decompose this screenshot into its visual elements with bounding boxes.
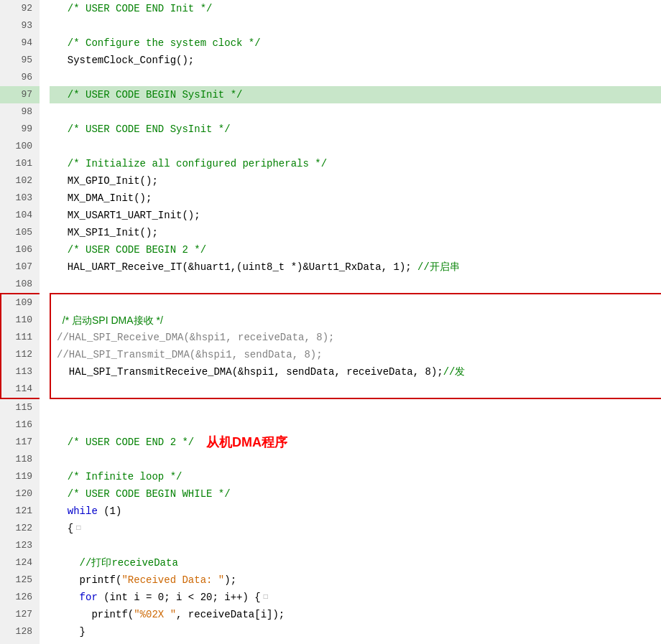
code-line: 102 MX_GPIO_Init();	[0, 172, 661, 190]
normal-token: MX_SPI1_Init();	[55, 224, 158, 241]
collapse-icon[interactable]	[40, 0, 50, 17]
code-line: 103 MX_DMA_Init();	[0, 190, 661, 207]
commented-code-token: //HAL_SPI_Receive_DMA(&hspi1, receiveDat…	[57, 329, 334, 346]
collapse-icon[interactable]	[40, 121, 50, 138]
line-content: printf("Received Data: ");	[50, 571, 661, 589]
collapse-icon[interactable]	[40, 416, 50, 434]
collapse-icon[interactable]	[40, 640, 50, 644]
code-line: 93	[0, 17, 661, 34]
collapse-icon[interactable]	[40, 554, 50, 571]
collapse-icon[interactable]	[40, 329, 50, 346]
collapse-icon[interactable]	[40, 276, 50, 293]
normal-token: {	[55, 520, 73, 537]
line-content	[50, 399, 661, 416]
line-content: {□	[50, 520, 661, 537]
code-line: 120 /* USER CODE BEGIN WHILE */	[0, 485, 661, 503]
collapse-icon[interactable]	[40, 258, 50, 276]
line-number: 109	[0, 293, 40, 312]
normal-token: , receiveData[i]);	[176, 606, 285, 623]
collapse-icon[interactable]	[40, 399, 50, 416]
line-content: //HAL_SPI_Receive_DMA(&hspi1, receiveDat…	[50, 329, 661, 346]
collapse-icon[interactable]	[40, 623, 50, 640]
collapse-icon[interactable]	[40, 571, 50, 589]
line-content: /* 启动SPI DMA接收 */	[50, 312, 661, 329]
code-line: 124 //打印receiveData	[0, 554, 661, 571]
collapse-icon[interactable]	[40, 312, 50, 329]
collapse-icon[interactable]	[40, 451, 50, 468]
line-content: printf("%02X ", receiveData[i]);	[50, 606, 661, 623]
collapse-icon[interactable]	[40, 363, 50, 381]
collapse-icon[interactable]	[40, 503, 50, 520]
collapse-icon[interactable]	[40, 520, 50, 537]
line-content	[50, 451, 661, 468]
commented-code-token: //HAL_SPI_Transmit_DMA(&hspi1, sendData,…	[57, 346, 323, 363]
normal-token: HAL_UART_Receive_IT(&huart1,(uint8_t *)&…	[55, 258, 417, 276]
code-line: 104 MX_USART1_UART_Init();	[0, 207, 661, 224]
comment-token: /* Configure the system clock */	[55, 34, 261, 52]
collapse-icon[interactable]	[40, 34, 50, 52]
code-line: 92 /* USER CODE END Init */	[0, 0, 661, 17]
line-number: 116	[0, 416, 40, 434]
line-number: 115	[0, 399, 40, 416]
collapse-icon[interactable]	[40, 69, 50, 86]
chinese-red-token: 从机DMA程序	[206, 434, 287, 451]
keyword-token: while	[55, 503, 98, 520]
collapse-icon[interactable]	[40, 346, 50, 363]
code-line: 126 for (int i = 0; i < 20; i++) {□	[0, 589, 661, 606]
comment-token: /* Infinite loop */	[55, 468, 182, 485]
collapse-icon[interactable]	[40, 468, 50, 485]
comment-token: /* USER CODE BEGIN WHILE */	[55, 485, 231, 503]
code-line: 97 /* USER CODE BEGIN SysInit */	[0, 86, 661, 103]
collapse-icon[interactable]	[40, 103, 50, 121]
normal-token: (1)	[98, 503, 122, 520]
code-line: 118	[0, 451, 661, 468]
collapse-icon[interactable]	[40, 224, 50, 241]
line-number: 101	[0, 155, 40, 172]
collapse-icon[interactable]	[40, 155, 50, 172]
line-content: SystemClock_Config();	[50, 52, 661, 69]
line-number: 117	[0, 434, 40, 451]
code-line: 98	[0, 103, 661, 121]
collapse-icon[interactable]	[40, 606, 50, 623]
normal-token: printf(	[55, 571, 121, 589]
collapse-icon[interactable]	[40, 172, 50, 190]
collapse-icon[interactable]	[40, 207, 50, 224]
collapse-marker[interactable]: □	[76, 520, 80, 537]
line-content: printf("\r\n");	[50, 640, 661, 644]
collapse-icon[interactable]	[40, 86, 50, 103]
code-line: 101 /* Initialize all configured periphe…	[0, 155, 661, 172]
line-number: 120	[0, 485, 40, 503]
collapse-icon[interactable]	[40, 485, 50, 503]
collapse-icon[interactable]	[40, 52, 50, 69]
comment-token: /* USER CODE END Init */	[55, 0, 212, 17]
collapse-icon[interactable]	[40, 589, 50, 606]
comment-token: /* USER CODE BEGIN 2 */	[55, 241, 206, 258]
code-line: 111//HAL_SPI_Receive_DMA(&hspi1, receive…	[0, 329, 661, 346]
code-line: 110 /* 启动SPI DMA接收 */	[0, 312, 661, 329]
line-content: /* Infinite loop */	[50, 468, 661, 485]
collapse-icon[interactable]	[40, 138, 50, 155]
code-line: 127 printf("%02X ", receiveData[i]);	[0, 606, 661, 623]
collapse-icon[interactable]	[40, 434, 50, 451]
line-number: 96	[0, 69, 40, 86]
line-content: for (int i = 0; i < 20; i++) {□	[50, 589, 661, 606]
collapse-marker[interactable]: □	[264, 589, 268, 606]
collapse-icon[interactable]	[40, 190, 50, 207]
collapse-icon[interactable]	[40, 293, 50, 312]
line-content: HAL_SPI_TransmitReceive_DMA(&hspi1, send…	[50, 363, 661, 381]
line-number: 127	[0, 606, 40, 623]
line-content: /* USER CODE END Init */	[50, 0, 661, 17]
collapse-icon[interactable]	[40, 17, 50, 34]
code-line: 123	[0, 537, 661, 554]
collapse-icon[interactable]	[40, 241, 50, 258]
normal-token: );	[158, 640, 170, 644]
line-content	[50, 276, 661, 293]
line-number: 97	[0, 86, 40, 103]
line-number: 113	[0, 363, 40, 381]
collapse-icon[interactable]	[40, 381, 50, 399]
collapse-icon[interactable]	[40, 537, 50, 554]
line-number: 118	[0, 451, 40, 468]
code-line: 128 }	[0, 623, 661, 640]
line-content: MX_SPI1_Init();	[50, 224, 661, 241]
keyword-token: for	[55, 589, 98, 606]
